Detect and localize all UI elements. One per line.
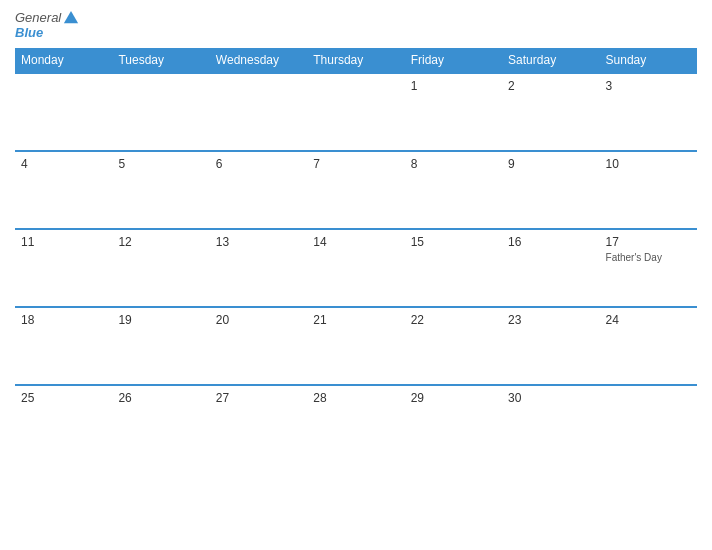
day-number: 20 (216, 313, 301, 327)
calendar-cell: 8 (405, 151, 502, 229)
day-number: 24 (606, 313, 691, 327)
calendar-week-row: 11121314151617Father's Day (15, 229, 697, 307)
day-number: 29 (411, 391, 496, 405)
calendar-cell: 29 (405, 385, 502, 463)
calendar-cell (112, 73, 209, 151)
calendar-cell: 26 (112, 385, 209, 463)
day-number: 28 (313, 391, 398, 405)
calendar-cell: 3 (600, 73, 697, 151)
calendar-cell: 19 (112, 307, 209, 385)
calendar-cell: 10 (600, 151, 697, 229)
day-number: 7 (313, 157, 398, 171)
calendar-cell: 13 (210, 229, 307, 307)
calendar-cell: 1 (405, 73, 502, 151)
event-label: Father's Day (606, 251, 691, 264)
calendar-cell: 7 (307, 151, 404, 229)
day-number: 27 (216, 391, 301, 405)
day-number: 2 (508, 79, 593, 93)
calendar-cell (210, 73, 307, 151)
calendar-cell: 11 (15, 229, 112, 307)
day-number: 22 (411, 313, 496, 327)
day-number: 26 (118, 391, 203, 405)
calendar-cell (307, 73, 404, 151)
day-number: 23 (508, 313, 593, 327)
day-number: 4 (21, 157, 106, 171)
logo: General Blue (15, 10, 79, 40)
day-number: 6 (216, 157, 301, 171)
svg-marker-0 (64, 11, 78, 23)
calendar-cell (15, 73, 112, 151)
calendar-cell: 14 (307, 229, 404, 307)
day-number: 12 (118, 235, 203, 249)
day-number: 18 (21, 313, 106, 327)
day-number: 1 (411, 79, 496, 93)
calendar-cell: 12 (112, 229, 209, 307)
calendar-cell: 5 (112, 151, 209, 229)
day-number: 14 (313, 235, 398, 249)
logo-icon (63, 10, 79, 26)
calendar-cell: 24 (600, 307, 697, 385)
calendar-cell: 9 (502, 151, 599, 229)
calendar-cell: 17Father's Day (600, 229, 697, 307)
calendar-cell: 6 (210, 151, 307, 229)
calendar-header: General Blue (15, 10, 697, 40)
calendar-cell: 25 (15, 385, 112, 463)
day-number: 21 (313, 313, 398, 327)
day-number: 3 (606, 79, 691, 93)
calendar-cell: 27 (210, 385, 307, 463)
calendar-cell: 28 (307, 385, 404, 463)
header-saturday: Saturday (502, 48, 599, 73)
day-number: 19 (118, 313, 203, 327)
day-number: 5 (118, 157, 203, 171)
calendar-cell: 23 (502, 307, 599, 385)
day-number: 15 (411, 235, 496, 249)
day-number: 8 (411, 157, 496, 171)
calendar-table: Monday Tuesday Wednesday Thursday Friday… (15, 48, 697, 463)
calendar-cell: 22 (405, 307, 502, 385)
calendar-cell: 16 (502, 229, 599, 307)
weekday-header-row: Monday Tuesday Wednesday Thursday Friday… (15, 48, 697, 73)
calendar-cell: 2 (502, 73, 599, 151)
calendar-cell: 21 (307, 307, 404, 385)
calendar-week-row: 123 (15, 73, 697, 151)
calendar-cell (600, 385, 697, 463)
day-number: 25 (21, 391, 106, 405)
calendar-cell: 20 (210, 307, 307, 385)
header-thursday: Thursday (307, 48, 404, 73)
header-monday: Monday (15, 48, 112, 73)
day-number: 16 (508, 235, 593, 249)
day-number: 10 (606, 157, 691, 171)
header-friday: Friday (405, 48, 502, 73)
logo-blue-text: Blue (15, 26, 79, 40)
day-number: 13 (216, 235, 301, 249)
logo-general-text: General (15, 11, 61, 25)
day-number: 30 (508, 391, 593, 405)
calendar-container: General Blue Monday Tuesday Wednesday Th… (0, 0, 712, 550)
day-number: 17 (606, 235, 691, 249)
calendar-week-row: 45678910 (15, 151, 697, 229)
calendar-cell: 15 (405, 229, 502, 307)
header-wednesday: Wednesday (210, 48, 307, 73)
calendar-cell: 4 (15, 151, 112, 229)
header-sunday: Sunday (600, 48, 697, 73)
calendar-cell: 30 (502, 385, 599, 463)
day-number: 11 (21, 235, 106, 249)
header-tuesday: Tuesday (112, 48, 209, 73)
calendar-week-row: 18192021222324 (15, 307, 697, 385)
day-number: 9 (508, 157, 593, 171)
calendar-week-row: 252627282930 (15, 385, 697, 463)
calendar-cell: 18 (15, 307, 112, 385)
